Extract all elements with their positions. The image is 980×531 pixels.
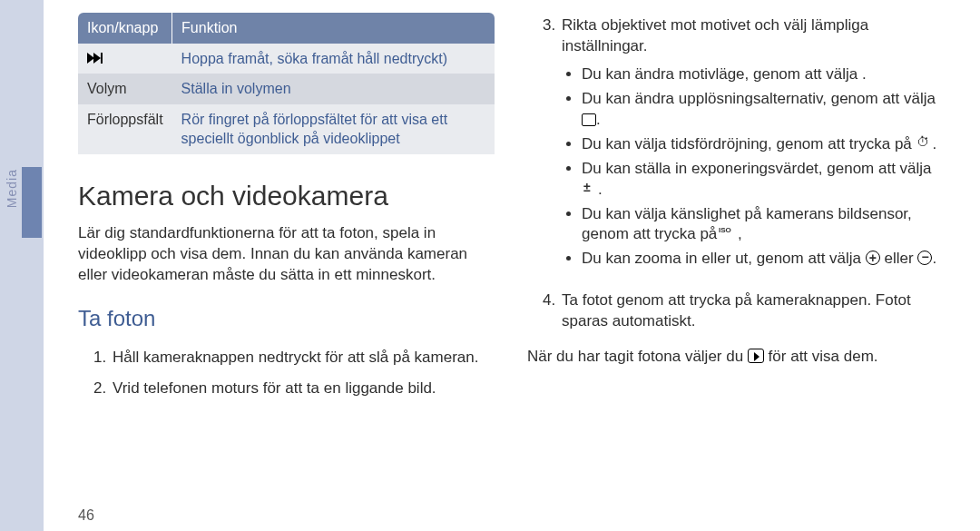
cell-func: Ställa in volymen — [172, 74, 495, 104]
bullet-iso: Du kan välja känslighet på kamerans bild… — [582, 202, 944, 248]
fast-forward-icon — [87, 51, 103, 65]
side-tab: Media — [0, 0, 44, 531]
after-note: När du har tagit fotona väljer du för at… — [527, 347, 944, 368]
cell-func: Rör fingret på förloppsfältet för att vi… — [172, 104, 495, 154]
cell-key: Förloppsfält — [78, 104, 172, 154]
left-column: Ikon/knapp Funktion Hoppa framåt, söka f… — [78, 13, 495, 513]
exposure-icon — [582, 182, 598, 196]
side-tab-label: Media — [5, 169, 19, 208]
steps-left: Håll kameraknappen nedtryckt för att slå… — [111, 345, 495, 407]
table-header-func: Funktion — [172, 13, 495, 44]
cell-func: Hoppa framåt, söka framåt håll nedtryckt… — [172, 44, 495, 74]
play-gallery-icon — [748, 349, 764, 363]
timer-icon — [916, 136, 933, 151]
table-row: Förloppsfält Rör fingret på förloppsfält… — [78, 104, 495, 154]
subsection-heading: Ta foton — [78, 304, 495, 333]
zoom-in-icon — [866, 251, 880, 265]
step-1: Håll kameraknappen nedtryckt för att slå… — [111, 345, 495, 376]
cell-key: Volym — [78, 74, 172, 104]
table-row: Hoppa framåt, söka framåt håll nedtryckt… — [78, 44, 495, 74]
page-content: Ikon/knapp Funktion Hoppa framåt, söka f… — [78, 13, 944, 513]
step-4: Ta fotot genom att trycka på kameraknapp… — [560, 288, 944, 339]
right-column: Rikta objektivet mot motivet och välj lä… — [527, 13, 944, 513]
bullet-zoom: Du kan zooma in eller ut, genom att välj… — [582, 247, 944, 271]
zoom-out-icon — [917, 251, 932, 265]
controls-table: Ikon/knapp Funktion Hoppa framåt, söka f… — [78, 13, 495, 154]
step-3: Rikta objektivet mot motivet och välj lä… — [560, 13, 944, 288]
step-3-bullets: Du kan ändra motivläge, genom att välja … — [582, 63, 944, 271]
step-2: Vrid telefonen moturs för att ta en ligg… — [111, 376, 495, 407]
bullet-resolution: Du kan ändra upplösningsalternativ, geno… — [582, 87, 944, 133]
resolution-icon — [582, 113, 596, 126]
iso-icon — [721, 226, 738, 241]
steps-right: Rikta objektivet mot motivet och välj lä… — [560, 13, 944, 339]
section-heading: Kamera och videokamera — [78, 178, 495, 215]
step-3-text: Rikta objektivet mot motivet och välj lä… — [562, 16, 868, 54]
table-header-key: Ikon/knapp — [78, 13, 172, 44]
page-number: 46 — [78, 507, 94, 524]
cell-icon — [78, 44, 172, 74]
bullet-scene: Du kan ändra motivläge, genom att välja … — [582, 63, 944, 87]
bullet-timer: Du kan välja tidsfördröjning, genom att … — [582, 133, 944, 157]
bullet-exposure: Du kan ställa in exponeringsvärdet, geno… — [582, 157, 944, 202]
side-tab-highlight — [22, 167, 42, 238]
intro-paragraph: Lär dig standardfunktionerna för att ta … — [78, 223, 495, 286]
table-row: Volym Ställa in volymen — [78, 74, 495, 104]
